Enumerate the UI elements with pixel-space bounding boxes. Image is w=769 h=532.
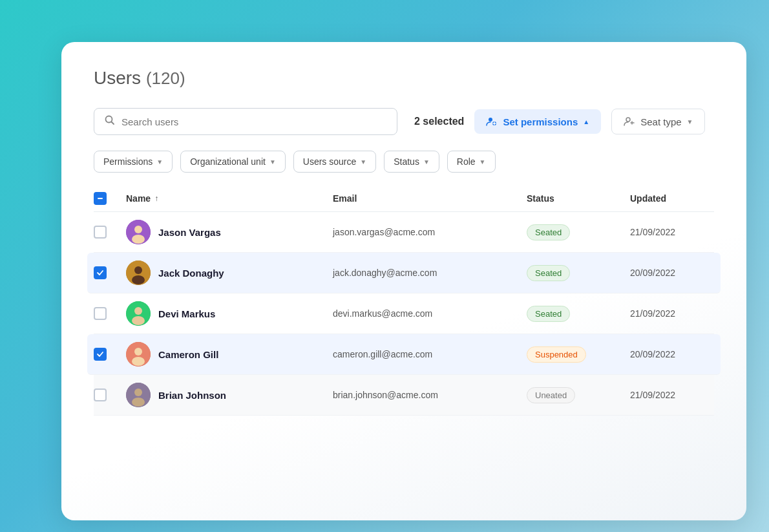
user-name-cell: Jason Vargas	[126, 220, 333, 244]
col-status-header: Status	[527, 193, 554, 204]
row-checkbox-brian-johnson[interactable]	[94, 388, 126, 401]
user-updated: 21/09/2022	[630, 390, 727, 400]
avatar-image	[126, 301, 151, 326]
chevron-down-icon: ▼	[423, 158, 430, 165]
table-header: Name ↑ Email Status Updated	[94, 186, 714, 212]
user-name: Cameron Gill	[158, 349, 218, 360]
avatar	[126, 342, 151, 367]
selected-count: 2 selected	[414, 116, 464, 127]
user-name: Jack Donaghy	[158, 268, 224, 279]
search-icon	[105, 115, 115, 128]
table-row: Brian Johnson brian.johnson@acme.com Une…	[94, 375, 714, 416]
svg-point-13	[134, 307, 142, 315]
col-email-header: Email	[333, 193, 357, 204]
svg-point-14	[132, 316, 145, 325]
row-checkbox-jack-donaghy[interactable]	[94, 266, 126, 279]
avatar	[126, 301, 151, 326]
chevron-down-icon: ▼	[156, 158, 163, 165]
col-name-header: Name	[126, 193, 151, 204]
user-updated: 21/09/2022	[630, 227, 727, 237]
set-permissions-icon	[486, 116, 498, 127]
filter-permissions[interactable]: Permissions ▼	[94, 151, 173, 173]
avatar-image	[126, 383, 151, 407]
filter-role-label: Role	[457, 156, 476, 167]
seat-type-button[interactable]: Seat type ▼	[611, 109, 705, 134]
search-input[interactable]	[121, 116, 386, 127]
filter-users-source[interactable]: Users source ▼	[293, 151, 376, 173]
search-box[interactable]	[94, 108, 397, 135]
user-email: devi.markus@acme.com	[333, 308, 527, 319]
chevron-down-icon: ▼	[687, 118, 693, 125]
table-row: Jack Donaghy jack.donaghy@acme.com Seate…	[87, 253, 721, 293]
table-row: Jason Vargas jason.vargas@acme.com Seate…	[94, 212, 714, 253]
user-email: jack.donaghy@acme.com	[333, 268, 527, 278]
table-row: Devi Markus devi.markus@acme.com Seated …	[94, 293, 714, 334]
svg-point-8	[132, 235, 145, 244]
svg-point-4	[626, 118, 630, 122]
user-updated: 20/09/2022	[630, 349, 727, 359]
svg-point-16	[134, 348, 142, 356]
chevron-down-icon: ▼	[360, 158, 366, 165]
row-checkbox-cameron-gill[interactable]	[94, 348, 126, 361]
svg-rect-5	[98, 198, 103, 199]
user-name-cell: Jack Donaghy	[126, 261, 333, 285]
filters-bar: Permissions ▼ Organizational unit ▼ User…	[94, 151, 714, 173]
user-email: jason.vargas@acme.com	[333, 227, 527, 237]
filter-org-unit[interactable]: Organizational unit ▼	[180, 151, 286, 173]
set-permissions-button[interactable]: Set permissions ▲	[474, 109, 601, 134]
svg-line-1	[112, 122, 114, 125]
set-permissions-label: Set permissions	[503, 116, 578, 127]
filter-org-unit-label: Organizational unit	[190, 156, 266, 167]
svg-point-17	[132, 357, 145, 366]
page-title: Users (120)	[94, 68, 714, 89]
status-badge: Suspended	[527, 346, 586, 363]
seat-type-label: Seat type	[640, 116, 681, 127]
filter-status[interactable]: Status ▼	[384, 151, 439, 173]
svg-point-20	[132, 398, 145, 407]
table-row: Cameron Gill cameron.gill@acme.com Suspe…	[87, 334, 721, 375]
avatar-image	[126, 220, 151, 244]
svg-point-11	[132, 275, 145, 284]
filter-status-label: Status	[394, 156, 419, 167]
svg-point-7	[134, 226, 142, 233]
user-email: cameron.gill@acme.com	[333, 349, 527, 359]
row-checkbox-devi-markus[interactable]	[94, 307, 126, 320]
select-all-checkbox[interactable]	[94, 192, 126, 205]
user-updated: 20/09/2022	[630, 268, 727, 278]
user-name: Jason Vargas	[158, 227, 221, 238]
avatar-image	[126, 342, 151, 367]
chevron-down-icon: ▼	[269, 158, 276, 165]
users-table: Name ↑ Email Status Updated	[94, 186, 714, 416]
chevron-up-icon: ▲	[583, 118, 589, 125]
user-name-cell: Brian Johnson	[126, 383, 333, 407]
main-card: Users (120) 2 selected	[61, 42, 746, 520]
seat-type-icon	[624, 116, 635, 127]
status-badge: Seated	[527, 224, 570, 240]
svg-point-10	[134, 266, 142, 274]
svg-point-2	[489, 118, 492, 122]
user-name-cell: Cameron Gill	[126, 342, 333, 367]
avatar	[126, 383, 151, 407]
user-name-cell: Devi Markus	[126, 301, 333, 326]
status-badge: Seated	[527, 306, 570, 322]
toolbar: 2 selected Set permissions ▲ Seat type	[94, 108, 714, 135]
user-name: Brian Johnson	[158, 390, 226, 401]
avatar	[126, 261, 151, 285]
avatar-image	[126, 261, 151, 285]
svg-point-19	[134, 388, 142, 396]
user-email: brian.johnson@acme.com	[333, 390, 527, 400]
sort-asc-icon[interactable]: ↑	[154, 194, 158, 203]
user-name: Devi Markus	[158, 308, 215, 319]
chevron-down-icon: ▼	[479, 158, 486, 165]
status-badge: Uneated	[527, 387, 575, 403]
status-badge: Seated	[527, 265, 570, 281]
filter-role[interactable]: Role ▼	[447, 151, 496, 173]
avatar	[126, 220, 151, 244]
col-updated-header: Updated	[630, 193, 666, 204]
filter-permissions-label: Permissions	[103, 156, 153, 167]
filter-users-source-label: Users source	[303, 156, 356, 167]
row-checkbox-jason-vargas[interactable]	[94, 226, 126, 239]
user-updated: 21/09/2022	[630, 308, 727, 319]
